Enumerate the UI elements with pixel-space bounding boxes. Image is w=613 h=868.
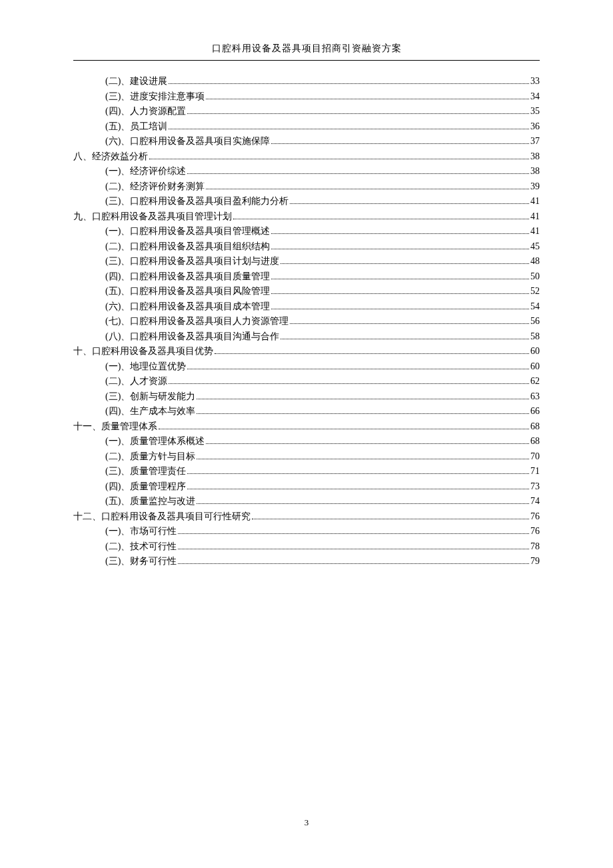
toc-leader-dots [169, 383, 529, 384]
toc-leader-dots [206, 99, 529, 99]
toc-entry-label: (二)、技术可行性 [105, 542, 177, 551]
toc-entry-page: 38 [530, 152, 540, 161]
toc-leader-dots [206, 189, 529, 189]
table-of-contents: (二)、建设进展33(三)、进度安排注意事项34(四)、人力资源配置35(五)、… [73, 77, 540, 566]
toc-entry: (六)、口腔科用设备及器具项目实施保障37 [73, 137, 540, 146]
toc-leader-dots [290, 323, 529, 324]
page-number: 3 [0, 817, 613, 828]
toc-entry: (一)、口腔科用设备及器具项目管理概述41 [73, 227, 540, 236]
toc-leader-dots [187, 113, 529, 114]
toc-entry: (四)、生产成本与效率66 [73, 407, 540, 416]
toc-entry-page: 60 [530, 347, 540, 356]
toc-entry-label: (五)、员工培训 [105, 122, 167, 131]
toc-entry: (三)、质量管理责任71 [73, 467, 540, 476]
toc-entry: (二)、质量方针与目标70 [73, 452, 540, 461]
toc-leader-dots [178, 549, 529, 549]
toc-leader-dots [252, 519, 529, 519]
page-header: 口腔科用设备及器具项目招商引资融资方案 [73, 43, 540, 55]
toc-entry-label: (二)、建设进展 [105, 77, 167, 86]
toc-entry-label: (二)、口腔科用设备及器具项目组织结构 [105, 242, 270, 251]
toc-entry-page: 68 [530, 422, 540, 431]
toc-entry-label: 十一、质量管理体系 [73, 422, 157, 431]
toc-entry: (一)、市场可行性76 [73, 527, 540, 536]
toc-entry-label: (四)、人力资源配置 [105, 107, 186, 116]
toc-entry-label: (一)、口腔科用设备及器具项目管理概述 [105, 227, 270, 236]
toc-leader-dots [178, 533, 529, 534]
toc-entry-label: (二)、经济评价财务测算 [105, 182, 205, 191]
toc-leader-dots [197, 459, 529, 459]
toc-entry-label: (一)、经济评价综述 [105, 167, 186, 176]
header-divider [73, 60, 540, 61]
toc-entry: (一)、质量管理体系概述68 [73, 437, 540, 446]
toc-entry-label: (七)、口腔科用设备及器具项目人力资源管理 [105, 317, 289, 326]
toc-entry-page: 62 [530, 377, 540, 386]
toc-entry-label: (三)、财务可行性 [105, 557, 177, 566]
toc-entry: (三)、口腔科用设备及器具项目计划与进度48 [73, 257, 540, 266]
toc-entry: 十一、质量管理体系68 [73, 422, 540, 431]
toc-entry-page: 76 [530, 527, 540, 536]
toc-leader-dots [271, 293, 529, 294]
toc-entry: (二)、建设进展33 [73, 77, 540, 86]
toc-entry-page: 41 [530, 212, 540, 221]
toc-entry-page: 76 [530, 512, 540, 521]
toc-entry-page: 50 [530, 272, 540, 281]
toc-entry-label: (三)、创新与研发能力 [105, 392, 195, 401]
toc-entry-page: 56 [530, 317, 540, 326]
toc-entry-label: (六)、口腔科用设备及器具项目成本管理 [105, 302, 270, 311]
toc-entry-page: 48 [530, 257, 540, 266]
toc-leader-dots [271, 309, 529, 309]
toc-leader-dots [271, 249, 529, 249]
toc-leader-dots [233, 219, 529, 219]
toc-entry-label: (三)、质量管理责任 [105, 467, 186, 476]
toc-entry-page: 66 [530, 407, 540, 416]
document-page: 口腔科用设备及器具项目招商引资融资方案 (二)、建设进展33(三)、进度安排注意… [0, 0, 613, 566]
toc-leader-dots [206, 443, 529, 444]
toc-entry: (五)、口腔科用设备及器具项目风险管理52 [73, 287, 540, 296]
toc-leader-dots [187, 369, 529, 369]
toc-entry-page: 39 [530, 182, 540, 191]
toc-entry-label: (三)、口腔科用设备及器具项目计划与进度 [105, 257, 279, 266]
toc-leader-dots [159, 429, 529, 429]
toc-entry-label: (三)、口腔科用设备及器具项目盈利能力分析 [105, 197, 289, 206]
toc-entry: (二)、口腔科用设备及器具项目组织结构45 [73, 242, 540, 251]
toc-entry: (四)、口腔科用设备及器具项目质量管理50 [73, 272, 540, 281]
toc-entry-label: (四)、质量管理程序 [105, 482, 186, 491]
toc-entry-page: 52 [530, 287, 540, 296]
toc-entry-page: 35 [530, 107, 540, 116]
toc-entry-page: 37 [530, 137, 540, 146]
toc-leader-dots [169, 83, 529, 84]
toc-leader-dots [187, 473, 529, 474]
toc-entry-page: 34 [530, 92, 540, 101]
toc-entry: (三)、口腔科用设备及器具项目盈利能力分析41 [73, 197, 540, 206]
toc-leader-dots [187, 173, 529, 174]
toc-entry: 十二、口腔科用设备及器具项目可行性研究76 [73, 512, 540, 521]
toc-leader-dots [169, 129, 529, 129]
toc-entry: (一)、地理位置优势60 [73, 362, 540, 371]
toc-entry-label: (八)、口腔科用设备及器具项目沟通与合作 [105, 332, 279, 341]
toc-leader-dots [187, 489, 529, 489]
toc-entry-label: 十、口腔科用设备及器具项目优势 [73, 347, 213, 356]
toc-entry: 八、经济效益分析38 [73, 152, 540, 161]
toc-entry-page: 60 [530, 362, 540, 371]
toc-entry-page: 71 [530, 467, 540, 476]
toc-entry-page: 74 [530, 497, 540, 506]
toc-entry-page: 33 [530, 77, 540, 86]
toc-entry: 十、口腔科用设备及器具项目优势60 [73, 347, 540, 356]
toc-entry: (六)、口腔科用设备及器具项目成本管理54 [73, 302, 540, 311]
toc-entry: (二)、技术可行性78 [73, 542, 540, 551]
toc-entry-label: (二)、人才资源 [105, 377, 167, 386]
toc-leader-dots [197, 503, 529, 504]
toc-leader-dots [215, 353, 529, 354]
toc-entry-label: (六)、口腔科用设备及器具项目实施保障 [105, 137, 270, 146]
toc-entry-page: 45 [530, 242, 540, 251]
toc-entry: (一)、经济评价综述38 [73, 167, 540, 176]
toc-entry-page: 63 [530, 392, 540, 401]
toc-entry: (二)、人才资源62 [73, 377, 540, 386]
toc-entry-page: 41 [530, 197, 540, 206]
toc-entry-label: 九、口腔科用设备及器具项目管理计划 [73, 212, 232, 221]
toc-leader-dots [271, 279, 529, 279]
toc-entry-label: (三)、进度安排注意事项 [105, 92, 205, 101]
toc-entry-label: (五)、质量监控与改进 [105, 497, 195, 506]
toc-entry-page: 41 [530, 227, 540, 236]
toc-entry-page: 79 [530, 557, 540, 566]
